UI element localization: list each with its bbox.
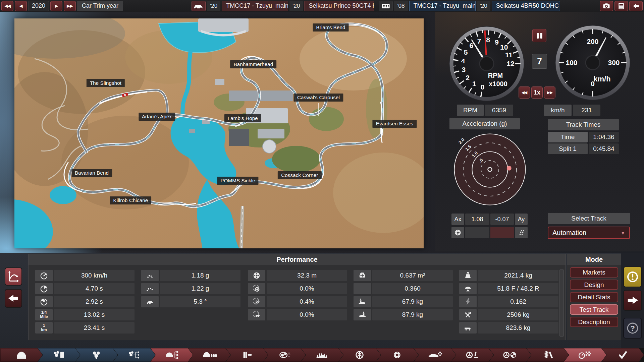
playback-slower-button[interactable]: ◀◀ [519,86,530,99]
safety-icon [502,350,518,360]
stat-cornering-200m-icon [141,283,159,294]
braking-distance-icon [252,271,261,280]
footer-tab-trim-body[interactable] [150,348,193,362]
help-button[interactable]: ? [623,318,642,339]
speed-readout-label[interactable]: km/h [544,105,572,116]
tachometer-gauge: 0123456789101112 RPM x1000 [448,25,526,103]
mode-button-markets[interactable]: Markets [570,267,618,278]
stat-brake-fade-normal-icon [248,283,265,294]
engine-tab-icon[interactable] [379,1,393,11]
aerodynamics-icon [427,350,442,360]
car-model-tab-icon[interactable] [192,1,206,11]
notes-button[interactable] [614,1,628,11]
footer-tab-engine-placement[interactable] [38,348,80,362]
footer-tab-lights[interactable] [263,348,306,362]
stat-quarter-mile-icon: 1/4Mile [35,309,53,320]
arrow-left-icon [7,293,19,303]
svg-text:7: 7 [477,37,481,45]
rpm-readout-label[interactable]: RPM [457,105,484,116]
engine-variant-year-badge: '20 [477,1,490,11]
footer-tab-wheels[interactable] [338,348,381,362]
footer-tab-test-track[interactable] [564,348,606,362]
footer-tab-aerodynamics[interactable] [414,348,456,362]
engine-year-badge: '08 [394,1,408,11]
telemetry-graph-button[interactable] [5,267,22,286]
ay-label: Ay [515,214,528,225]
tacho-scale-label: x1000 [489,80,507,87]
stat-max-load-icon [459,309,477,320]
warnings-button[interactable] [623,266,642,287]
time-label[interactable]: Time [548,132,588,142]
corner-label-the-slingshot: The Slingshot [87,79,125,87]
previous-page-button[interactable] [5,289,22,308]
year-back-button[interactable]: ◀ [15,1,27,11]
split1-label[interactable]: Split 1 [548,143,588,154]
mode-button-design[interactable]: Design [570,280,618,290]
speedo-unit-label: km/h [593,75,610,83]
back-button[interactable] [629,1,643,11]
corner-label-pomms-sickle: POMMS Sickle [217,177,258,185]
footer-tab-car-design[interactable] [0,348,43,362]
tab-engine-seikatsu-4br50[interactable]: Seikatsu 4BR50 DOHC R [492,1,560,11]
stat-top-speed-value: 300 km/h [54,270,135,281]
downforce-front-icon [358,297,367,306]
year-forward-all-button[interactable]: ▶▶ [64,1,76,11]
year-forward-button[interactable]: ▶ [50,1,62,11]
weight-icon [464,271,472,280]
stat-frontal-area-icon [354,270,371,281]
mode-button-description[interactable]: Description [570,317,618,327]
playback-faster-button[interactable]: ▶▶ [544,86,555,99]
photo-mode-button[interactable] [600,1,613,11]
stat-power-to-weight-icon [459,296,477,307]
stat-top-speed-icon [35,270,53,281]
svg-text:10: 10 [500,43,508,51]
stat-brake-fade-sport-value: 0.4% [267,296,347,307]
brake-input-icon-cell [451,227,464,238]
drivetrain-icon [314,350,330,360]
footer-tab-suspension[interactable] [526,348,569,362]
gear-indicator: 7 [532,54,547,69]
engine-variant-icon [126,350,142,360]
svg-text:1: 1 [472,80,476,87]
next-page-button[interactable] [623,290,642,311]
footer-tab-safety[interactable] [489,348,531,362]
footer-tab-engine-variant[interactable] [113,348,155,362]
footer-tab-drivetrain[interactable] [301,348,343,362]
power-to-weight-icon [464,297,472,306]
brake-input-bar [465,227,489,238]
tab-car-tmcc17[interactable]: TMCC17 - Tzuyu_main [222,1,288,11]
mode-buttons: MarketsDesignDetail StatsTest TrackDescr… [567,267,621,327]
stat-accel-0-100-value: 4.70 s [54,283,135,294]
tab-engine-tmcc17[interactable]: TMCC17 - Tzuyu_main [409,1,476,11]
back-arrow-icon [632,3,640,9]
performance-panel: Performance 300 km/h4.70 s2.92 s1/4Mile1… [28,254,566,340]
performance-scrollbar[interactable] [559,269,564,337]
stat-frontal-area-value: 0.637 m² [372,270,453,281]
stat-brake-fade-normal-value: 0.0% [267,283,347,294]
track-select-dropdown[interactable]: Automation ▼ [548,227,630,239]
footer-tab-brakes[interactable] [376,348,419,362]
rewind-icon: ◀◀ [4,3,10,8]
footer-tab-engine-family[interactable] [75,348,118,362]
footer-tab-interior[interactable] [225,348,268,362]
mode-button-detail-stats[interactable]: Detail Stats [570,292,618,302]
footer-tab-seats[interactable] [188,348,230,362]
playback-speed-button[interactable]: 1x [531,86,543,99]
speedometer-gauge: 0100200300 km/h [554,24,632,102]
drag-coefficient-icon [358,284,367,293]
mode-button-test-track[interactable]: Test Track [570,304,618,315]
car-design-icon [14,350,29,360]
tab-trim-seikatsu-prince[interactable]: Seikatsu Prince 50GT4 H [304,1,374,11]
mode-header: Mode [567,254,621,265]
rpm-readout-value: 6359 [485,105,513,116]
select-track-button[interactable]: Select Track [548,213,630,224]
chevron-down-icon: ▼ [621,230,625,236]
footer-tab-finish[interactable] [601,348,644,362]
svg-text:11: 11 [505,51,513,59]
engine-placement-icon [51,350,67,360]
pause-button[interactable] [532,29,546,42]
stat-downforce-rear-icon [354,309,371,320]
footer-tab-driving-assists[interactable] [451,348,494,362]
year-rewind-button[interactable]: ◀◀ [1,1,13,11]
corner-label-adam-s-apex: Adam's Apex [139,113,175,121]
